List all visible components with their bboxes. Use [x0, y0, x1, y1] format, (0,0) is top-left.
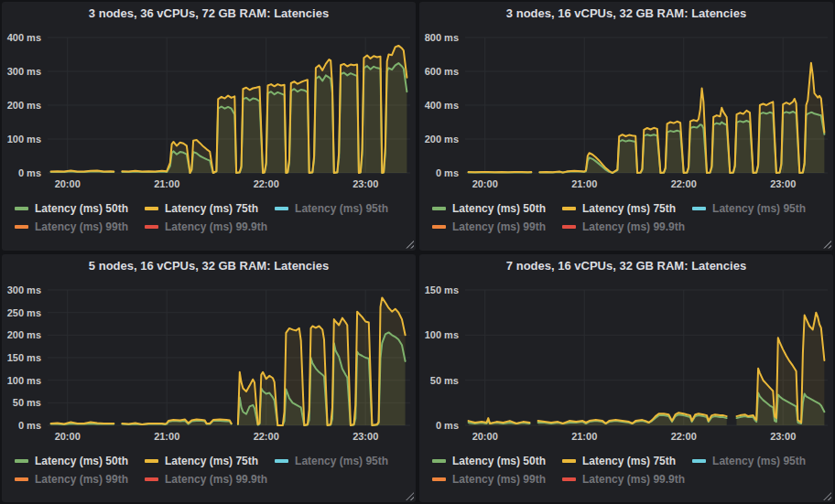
- legend-label: Latency (ms) 50th: [452, 202, 546, 215]
- legend-label: Latency (ms) 95th: [712, 455, 806, 467]
- legend-row: Latency (ms) 99thLatency (ms) 99.9th: [432, 470, 833, 488]
- y-axis-tick-label: 50 ms: [13, 397, 41, 408]
- panel-3-nodes-16-vcpus: 3 nodes, 16 vCPUs, 32 GB RAM: Latencies …: [419, 2, 833, 251]
- legend-item-latency-ms-75th[interactable]: Latency (ms) 75th: [562, 202, 676, 215]
- series-area: [51, 297, 406, 425]
- y-axis-tick-label: 100 ms: [7, 374, 41, 385]
- panel-resize-handle[interactable]: [823, 241, 831, 249]
- latency-chart[interactable]: 0 ms50 ms100 ms150 ms20:0021:0022:0023:0…: [419, 277, 833, 449]
- legend-swatch-icon: [432, 477, 446, 481]
- legend-label: Latency (ms) 95th: [712, 202, 806, 215]
- legend-item-latency-ms-75th[interactable]: Latency (ms) 75th: [145, 202, 258, 215]
- legend-label: Latency (ms) 75th: [582, 455, 676, 467]
- legend-row: Latency (ms) 50thLatency (ms) 75thLatenc…: [432, 199, 833, 218]
- latency-chart[interactable]: 0 ms200 ms400 ms600 ms800 ms20:0021:0022…: [419, 25, 833, 197]
- legend-label: Latency (ms) 99th: [452, 220, 546, 233]
- legend-item-latency-ms-99.9th[interactable]: Latency (ms) 99.9th: [145, 473, 267, 486]
- legend-item-latency-ms-99th[interactable]: Latency (ms) 99th: [432, 473, 546, 486]
- legend-item-latency-ms-99th[interactable]: Latency (ms) 99th: [15, 220, 128, 233]
- x-axis-tick-label: 20:00: [55, 431, 81, 442]
- legend-item-latency-ms-75th[interactable]: Latency (ms) 75th: [562, 455, 676, 467]
- x-axis-tick-label: 22:00: [671, 178, 697, 189]
- panel-title[interactable]: 7 nodes, 16 vCPUs, 32 GB RAM: Latencies: [419, 254, 833, 277]
- x-axis-tick-label: 23:00: [770, 431, 796, 442]
- legend-label: Latency (ms) 75th: [165, 202, 258, 215]
- legend-swatch-icon: [562, 225, 576, 229]
- series-area: [51, 332, 406, 425]
- legend-swatch-icon: [562, 477, 576, 481]
- legend: Latency (ms) 50thLatency (ms) 75thLatenc…: [2, 449, 416, 488]
- legend-row: Latency (ms) 99thLatency (ms) 99.9th: [15, 218, 416, 236]
- legend-label: Latency (ms) 50th: [35, 455, 128, 467]
- legend-swatch-icon: [145, 207, 158, 210]
- panel-5-nodes-16-vcpus: 5 nodes, 16 vCPUs, 32 GB RAM: Latencies …: [2, 254, 416, 503]
- y-axis-tick-label: 800 ms: [425, 32, 459, 43]
- legend-swatch-icon: [15, 225, 28, 229]
- y-axis-tick-label: 200 ms: [7, 329, 41, 340]
- y-axis-tick-label: 400 ms: [7, 32, 41, 43]
- legend-item-latency-ms-75th[interactable]: Latency (ms) 75th: [145, 455, 258, 467]
- panel-resize-handle[interactable]: [406, 241, 414, 249]
- x-axis-tick-label: 22:00: [671, 431, 697, 442]
- legend-item-latency-ms-50th[interactable]: Latency (ms) 50th: [432, 202, 546, 215]
- y-axis-tick-label: 0 ms: [18, 420, 41, 431]
- x-axis-tick-label: 20:00: [472, 431, 498, 442]
- latency-chart[interactable]: 0 ms100 ms200 ms300 ms400 ms20:0021:0022…: [2, 25, 416, 197]
- y-axis-tick-label: 100 ms: [425, 329, 459, 340]
- x-axis-tick-label: 23:00: [352, 178, 378, 189]
- legend-swatch-icon: [275, 207, 288, 210]
- y-axis-tick-label: 200 ms: [7, 100, 41, 111]
- legend-item-latency-ms-95th[interactable]: Latency (ms) 95th: [692, 455, 806, 467]
- panel-3-nodes-36-vcpus: 3 nodes, 36 vCPUs, 72 GB RAM: Latencies …: [2, 2, 416, 251]
- legend-swatch-icon: [692, 207, 706, 210]
- legend-swatch-icon: [275, 459, 288, 463]
- legend-row: Latency (ms) 99thLatency (ms) 99.9th: [15, 470, 416, 488]
- y-axis-tick-label: 300 ms: [7, 284, 41, 295]
- legend-item-latency-ms-99.9th[interactable]: Latency (ms) 99.9th: [562, 220, 685, 233]
- legend-swatch-icon: [562, 207, 576, 210]
- latency-chart[interactable]: 0 ms50 ms100 ms150 ms200 ms250 ms300 ms2…: [2, 277, 416, 449]
- x-axis-tick-label: 21:00: [571, 431, 597, 442]
- x-axis-tick-label: 22:00: [254, 431, 279, 442]
- panel-7-nodes-16-vcpus: 7 nodes, 16 vCPUs, 32 GB RAM: Latencies …: [419, 254, 833, 503]
- legend-swatch-icon: [15, 459, 28, 463]
- panel-resize-handle[interactable]: [823, 492, 831, 500]
- panel-title[interactable]: 3 nodes, 36 vCPUs, 72 GB RAM: Latencies: [2, 2, 416, 25]
- y-axis-tick-label: 0 ms: [18, 167, 41, 178]
- legend-item-latency-ms-99th[interactable]: Latency (ms) 99th: [15, 473, 128, 486]
- legend-item-latency-ms-99.9th[interactable]: Latency (ms) 99.9th: [145, 220, 267, 233]
- legend: Latency (ms) 50thLatency (ms) 75thLatenc…: [2, 197, 416, 236]
- panel-title[interactable]: 3 nodes, 16 vCPUs, 32 GB RAM: Latencies: [419, 2, 833, 25]
- legend-item-latency-ms-50th[interactable]: Latency (ms) 50th: [15, 455, 128, 467]
- legend-row: Latency (ms) 50thLatency (ms) 75thLatenc…: [432, 452, 833, 470]
- legend-row: Latency (ms) 50thLatency (ms) 75thLatenc…: [15, 199, 416, 218]
- legend-item-latency-ms-95th[interactable]: Latency (ms) 95th: [275, 455, 388, 467]
- legend-label: Latency (ms) 75th: [582, 202, 676, 215]
- legend-item-latency-ms-99.9th[interactable]: Latency (ms) 99.9th: [562, 473, 685, 486]
- legend: Latency (ms) 50thLatency (ms) 75thLatenc…: [419, 449, 833, 488]
- legend: Latency (ms) 50thLatency (ms) 75thLatenc…: [419, 197, 833, 236]
- legend-item-latency-ms-95th[interactable]: Latency (ms) 95th: [275, 202, 388, 215]
- panel-resize-handle[interactable]: [406, 492, 414, 500]
- dashboard-grid: 3 nodes, 36 vCPUs, 72 GB RAM: Latencies …: [0, 0, 835, 504]
- x-axis-tick-label: 23:00: [352, 431, 378, 442]
- y-axis-tick-label: 250 ms: [7, 306, 41, 317]
- y-axis-tick-label: 100 ms: [7, 134, 41, 145]
- x-axis-tick-label: 21:00: [571, 178, 597, 189]
- legend-label: Latency (ms) 99.9th: [582, 473, 685, 486]
- y-axis-tick-label: 50 ms: [430, 374, 459, 385]
- legend-swatch-icon: [15, 477, 28, 481]
- legend-item-latency-ms-50th[interactable]: Latency (ms) 50th: [15, 202, 128, 215]
- series-area: [469, 312, 825, 424]
- legend-swatch-icon: [145, 459, 158, 463]
- legend-swatch-icon: [15, 207, 28, 210]
- legend-item-latency-ms-95th[interactable]: Latency (ms) 95th: [692, 202, 806, 215]
- legend-label: Latency (ms) 99.9th: [165, 220, 267, 233]
- legend-swatch-icon: [432, 225, 446, 229]
- legend-item-latency-ms-99th[interactable]: Latency (ms) 99th: [432, 220, 546, 233]
- y-axis-tick-label: 400 ms: [425, 100, 459, 111]
- legend-item-latency-ms-50th[interactable]: Latency (ms) 50th: [432, 455, 546, 467]
- panel-title[interactable]: 5 nodes, 16 vCPUs, 32 GB RAM: Latencies: [2, 254, 416, 277]
- x-axis-tick-label: 21:00: [154, 178, 179, 189]
- y-axis-tick-label: 150 ms: [425, 284, 459, 295]
